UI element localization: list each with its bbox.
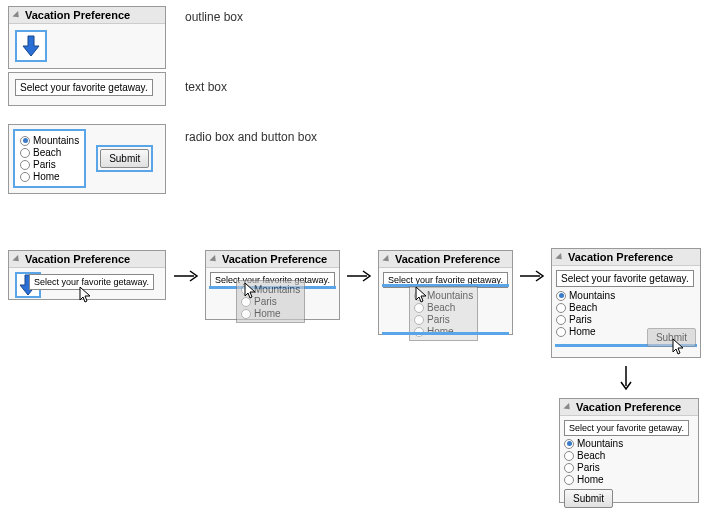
radio-icon <box>20 160 30 170</box>
radio-icon <box>20 172 30 182</box>
collapse-icon <box>12 10 21 19</box>
radio-icon <box>20 136 30 146</box>
radio-option[interactable]: Beach <box>20 147 79 158</box>
flow-step-5: Vacation Preference Select your favorite… <box>559 398 699 503</box>
prompt-text: Select your favorite getaway. <box>15 79 153 96</box>
radio-icon <box>20 148 30 158</box>
panel-title: Vacation Preference <box>25 9 130 21</box>
flow-arrow-icon <box>345 268 375 284</box>
radio-option[interactable]: Home <box>20 171 79 182</box>
radio-option[interactable]: Beach <box>564 450 694 461</box>
submit-ghost: Submit <box>647 328 696 347</box>
radio-option[interactable]: Paris <box>20 159 79 170</box>
radio-option[interactable]: Mountains <box>20 135 79 146</box>
insert-arrow-icon <box>15 30 47 62</box>
flow-step-2: Vacation Preference Select your favorite… <box>205 250 340 320</box>
submit-button-outlined: Submit <box>96 145 153 172</box>
text-box-panel: Select your favorite getaway. <box>8 72 166 106</box>
radio-ghost: Mountains Paris Home <box>236 280 305 323</box>
radio-option[interactable]: Paris <box>564 462 694 473</box>
submit-button[interactable]: Submit <box>100 149 149 168</box>
radio-group: Mountains Beach Paris Home <box>13 129 86 188</box>
flow-step-1: Vacation Preference Select your favorite… <box>8 250 166 300</box>
submit-button[interactable]: Submit <box>564 489 613 508</box>
titlebar: Vacation Preference <box>9 7 165 24</box>
radio-button-panel: Mountains Beach Paris Home Submit <box>8 124 166 194</box>
text-label: text box <box>185 80 227 94</box>
flow-arrow-icon <box>172 268 202 284</box>
radio-option[interactable]: Home <box>564 474 694 485</box>
flow-arrow-down-icon <box>618 364 634 394</box>
flow-step-3: Vacation Preference Select your favorite… <box>378 250 513 335</box>
flow-step-4: Vacation Preference Select your favorite… <box>551 248 701 358</box>
radio-label: radio box and button box <box>185 130 317 144</box>
flow-arrow-icon <box>518 268 548 284</box>
outline-box-panel: Vacation Preference <box>8 6 166 69</box>
outline-label: outline box <box>185 10 243 24</box>
radio-option[interactable]: Mountains <box>564 438 694 449</box>
